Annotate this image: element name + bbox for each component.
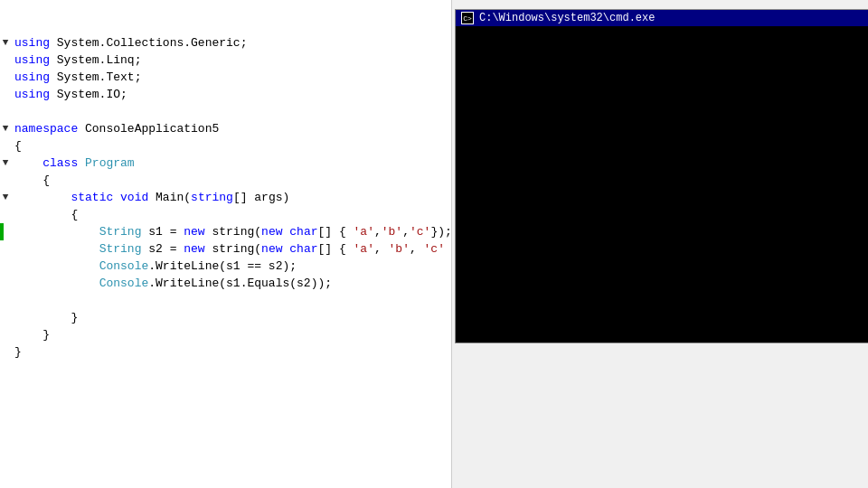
code-text: { bbox=[14, 139, 22, 153]
gutter: ▼ bbox=[0, 189, 11, 206]
code-text: { bbox=[14, 208, 78, 221]
code-text bbox=[14, 242, 99, 256]
code-line: Console.WriteLine(s1.Equals(s2)); bbox=[0, 275, 451, 292]
code-line: } bbox=[0, 343, 451, 361]
line-code: { bbox=[11, 172, 50, 189]
cmd-titlebar: C> C:\Windows\system32\cmd.exe bbox=[456, 10, 868, 26]
line-code: class Program bbox=[11, 155, 135, 172]
code-content: ▼using System.Collections.Generic;using … bbox=[0, 0, 451, 361]
keyword: new bbox=[184, 225, 204, 239]
code-text bbox=[113, 191, 120, 204]
code-text: [] args) bbox=[233, 191, 289, 204]
code-text: , bbox=[374, 242, 389, 256]
collapse-icon[interactable]: ▼ bbox=[3, 189, 9, 206]
keyword: void bbox=[120, 191, 148, 204]
code-text bbox=[14, 277, 99, 290]
string-literal: 'b' bbox=[389, 242, 410, 256]
code-line: using System.IO; bbox=[0, 86, 451, 103]
code-text: } bbox=[14, 328, 50, 342]
line-code: } bbox=[11, 326, 50, 343]
collapse-icon[interactable]: ▼ bbox=[3, 34, 9, 52]
type-name: String bbox=[99, 225, 142, 239]
gutter: ▼ bbox=[0, 120, 11, 137]
code-line: ▼using System.Collections.Generic; bbox=[0, 34, 451, 52]
code-text: }); bbox=[445, 242, 452, 256]
collapse-icon[interactable]: ▼ bbox=[3, 120, 9, 137]
line-code: String s2 = new string(new char[] { 'a',… bbox=[11, 240, 452, 258]
keyword: using bbox=[14, 88, 50, 101]
string-literal: 'b' bbox=[382, 225, 402, 239]
code-text: { bbox=[14, 174, 50, 187]
gutter: ▼ bbox=[0, 155, 11, 172]
code-text: [] { bbox=[318, 242, 354, 256]
line-code: String s1 = new string(new char[] { 'a',… bbox=[11, 223, 452, 240]
breakpoint-bar bbox=[0, 223, 4, 240]
string-literal: 'a' bbox=[354, 225, 374, 239]
string-literal: 'c' bbox=[424, 242, 445, 256]
code-editor: ▼using System.Collections.Generic;using … bbox=[0, 0, 452, 488]
code-text bbox=[78, 156, 85, 170]
keyword: using bbox=[14, 36, 50, 50]
code-line bbox=[0, 292, 451, 309]
code-text: System.Collections.Generic; bbox=[50, 36, 247, 50]
string-literal: 'a' bbox=[354, 242, 374, 256]
cmd-title: C:\Windows\system32\cmd.exe bbox=[479, 12, 655, 24]
code-text: System.Text; bbox=[50, 70, 141, 84]
code-line: Console.WriteLine(s1 == s2); bbox=[0, 258, 451, 275]
code-text bbox=[14, 191, 71, 204]
code-text: s1 = bbox=[141, 225, 184, 239]
keyword: new bbox=[261, 225, 282, 239]
type-name: String bbox=[99, 242, 142, 256]
type-name: Console bbox=[99, 259, 149, 273]
code-text: , bbox=[374, 225, 382, 239]
code-line bbox=[0, 103, 451, 120]
line-code: Console.WriteLine(s1.Equals(s2)); bbox=[11, 275, 332, 292]
line-code: using System.IO; bbox=[11, 86, 127, 103]
line-code: { bbox=[11, 206, 78, 223]
string-literal: 'c' bbox=[410, 225, 430, 239]
keyword: using bbox=[14, 53, 50, 67]
code-text: System.Linq; bbox=[50, 53, 141, 67]
code-line: String s2 = new string(new char[] { 'a',… bbox=[0, 240, 451, 258]
line-code: } bbox=[11, 343, 22, 361]
code-text: Main( bbox=[148, 191, 191, 204]
keyword: new bbox=[261, 242, 282, 256]
code-text: } bbox=[14, 345, 22, 359]
code-line: ▼ static void Main(string[] args) bbox=[0, 189, 451, 206]
line-code: { bbox=[11, 137, 22, 155]
code-text: , bbox=[402, 225, 410, 239]
code-text: , bbox=[410, 242, 424, 256]
code-line: String s1 = new string(new char[] { 'a',… bbox=[0, 223, 451, 240]
code-text bbox=[14, 259, 99, 273]
keyword: char bbox=[289, 242, 317, 256]
code-line: using System.Linq; bbox=[0, 52, 451, 69]
line-code: using System.Text; bbox=[11, 69, 141, 86]
line-code: namespace ConsoleApplication5 bbox=[11, 120, 219, 137]
keyword: static bbox=[71, 191, 113, 204]
cmd-window[interactable]: C> C:\Windows\system32\cmd.exe bbox=[455, 9, 868, 343]
keyword: string bbox=[191, 191, 233, 204]
code-text: } bbox=[14, 311, 78, 324]
code-line: ▼ class Program bbox=[0, 155, 451, 172]
code-text bbox=[14, 225, 99, 239]
code-text: string( bbox=[205, 225, 261, 239]
code-text: .WriteLine(s1.Equals(s2)); bbox=[148, 277, 332, 290]
code-text bbox=[14, 156, 42, 170]
code-line: { bbox=[0, 172, 451, 189]
code-line: } bbox=[0, 309, 451, 326]
code-text: ConsoleApplication5 bbox=[78, 122, 219, 136]
line-code: static void Main(string[] args) bbox=[11, 189, 289, 206]
code-text: .WriteLine(s1 == s2); bbox=[148, 259, 297, 273]
collapse-icon[interactable]: ▼ bbox=[3, 155, 9, 172]
code-line: { bbox=[0, 206, 451, 223]
code-text: s2 = bbox=[141, 242, 184, 256]
code-text: [] { bbox=[318, 225, 354, 239]
code-text: string( bbox=[205, 242, 261, 256]
code-line: } bbox=[0, 326, 451, 343]
code-text: }); bbox=[430, 225, 451, 239]
code-line: { bbox=[0, 137, 451, 155]
keyword: new bbox=[184, 242, 204, 256]
keyword: namespace bbox=[14, 122, 78, 136]
line-code: } bbox=[11, 309, 78, 326]
code-text: System.IO; bbox=[50, 88, 127, 101]
